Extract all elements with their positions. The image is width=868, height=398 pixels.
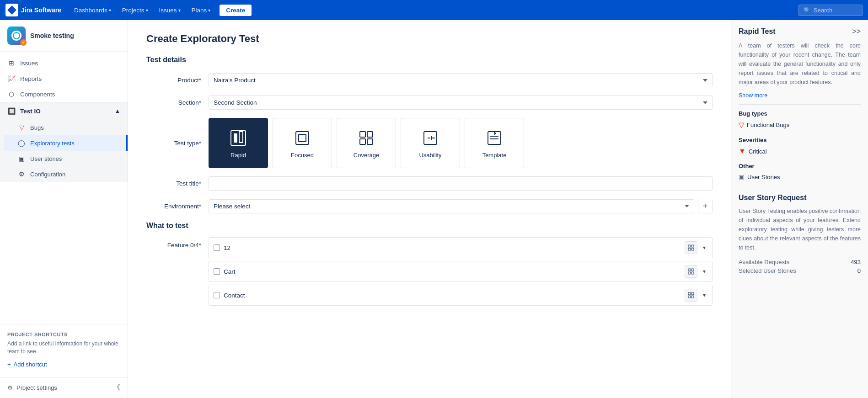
create-button[interactable]: Create [220, 5, 252, 16]
logo-diamond [7, 5, 16, 15]
user-story-request-desc: User Story Testing enables positive conf… [739, 207, 861, 252]
sidebar-item-bugs[interactable]: ▽ Bugs [4, 120, 128, 135]
chevron-down-icon: ▾ [146, 8, 148, 13]
environment-add-button[interactable]: + [698, 199, 713, 213]
panel-description: A team of testers will check the core fu… [739, 41, 861, 87]
panel-divider-1 [739, 104, 861, 105]
panel-collapse-button[interactable]: >> [852, 27, 861, 36]
section-select[interactable]: Second Section [209, 96, 713, 110]
svg-rect-19 [691, 248, 694, 250]
panel-header: Rapid Test >> [739, 27, 861, 36]
nav-issues[interactable]: Issues ▾ [155, 5, 184, 16]
sidebar-item-components[interactable]: ⬡ Components [0, 86, 128, 102]
test-type-cards: Rapid Focused [209, 118, 713, 168]
circle-icon: ◯ [17, 139, 26, 147]
feature-expand-icon-cart[interactable]: ▾ [701, 267, 707, 276]
test-details-heading: Test details [146, 56, 713, 64]
plus-icon: + [703, 202, 708, 211]
svg-rect-3 [296, 132, 309, 144]
section-row: Section* Second Section [146, 96, 713, 110]
available-requests-label: Available Requests [739, 259, 789, 265]
page-title: Create Exploratory Test [146, 33, 713, 45]
other-user-stories: ▣ User Stories [739, 173, 861, 180]
project-settings-link[interactable]: ⚙ Project settings [7, 384, 57, 391]
add-shortcut-button[interactable]: + Add shortcut [7, 359, 120, 370]
test-title-input[interactable] [209, 176, 713, 191]
svg-rect-1 [234, 133, 237, 143]
feature-checkbox-contact[interactable] [214, 292, 220, 298]
gear-icon: ⚙ [7, 384, 13, 391]
sidebar-item-test-io[interactable]: 🔲 Test IO ▲ [0, 102, 128, 120]
usability-icon [420, 128, 440, 148]
svg-rect-22 [688, 272, 691, 274]
jira-logo-icon [5, 4, 18, 16]
test-type-rapid[interactable]: Rapid [209, 118, 268, 168]
feature-item-cart: Cart ▾ [209, 261, 713, 282]
logo[interactable]: Jira Software [5, 4, 61, 16]
svg-rect-5 [360, 132, 365, 137]
nav-projects[interactable]: Projects ▾ [118, 5, 152, 16]
svg-rect-27 [691, 296, 694, 298]
feature-detail-button-12[interactable] [685, 241, 697, 254]
feature-checkbox-12[interactable] [214, 244, 220, 251]
sidebar-item-exploratory-tests[interactable]: ◯ Exploratory tests [4, 135, 128, 151]
other-section: Other ▣ User Stories [739, 163, 861, 180]
feature-expand-icon-12[interactable]: ▾ [701, 244, 707, 252]
other-label: Other [739, 163, 861, 170]
severity-critical: ▼ Critical [739, 147, 861, 155]
svg-rect-0 [231, 131, 246, 145]
feature-label: Feature 0/4* [146, 237, 201, 249]
sidebar-item-reports[interactable]: 📈 Reports [0, 71, 128, 86]
sidebar-item-issues[interactable]: ⊞ Issues [0, 55, 128, 71]
environment-label: Environment* [146, 203, 201, 210]
feature-checkbox-cart[interactable] [214, 268, 220, 275]
project-shortcuts: PROJECT SHORTCUTS Add a link to useful i… [0, 324, 128, 377]
main-content: Create Exploratory Test Test details Pro… [128, 20, 731, 398]
svg-rect-17 [691, 245, 694, 247]
svg-rect-21 [691, 269, 694, 271]
grid-icon: ▣ [739, 173, 745, 180]
test-type-usability[interactable]: Usability [401, 118, 460, 168]
test-type-template[interactable]: Template [465, 118, 524, 168]
test-io-subnav: ▽ Bugs ◯ Exploratory tests ▣ User storie… [0, 120, 128, 182]
svg-rect-26 [688, 296, 691, 298]
feature-detail-button-contact[interactable] [685, 289, 697, 302]
search-icon: 🔍 [804, 7, 811, 14]
nav-plans[interactable]: Plans ▾ [188, 5, 214, 16]
sidebar-item-configuration[interactable]: ⚙ Configuration [4, 166, 128, 182]
search-bar[interactable]: 🔍 Search [798, 5, 863, 16]
test-type-coverage[interactable]: Coverage [337, 118, 396, 168]
panel-divider-2 [739, 188, 861, 188]
environment-select[interactable]: Please select [209, 199, 694, 213]
sidebar-nav: ⊞ Issues 📈 Reports ⬡ Components 🔲 Test I… [0, 52, 128, 324]
collapse-sidebar-button[interactable]: 《 [113, 383, 120, 393]
bug-type-functional: ▽ Functional Bugs [739, 121, 861, 129]
product-select[interactable]: Naira's Product [209, 73, 713, 87]
product-label: Product* [146, 77, 201, 84]
svg-rect-6 [367, 132, 373, 137]
sidebar-item-user-stories[interactable]: ▣ User stories [4, 151, 128, 166]
svg-rect-23 [691, 272, 694, 274]
feature-detail-button-cart[interactable] [685, 265, 697, 278]
gear-icon: ⚙ [17, 170, 26, 178]
show-more-button[interactable]: Show more [739, 92, 767, 99]
shortcuts-title: PROJECT SHORTCUTS [7, 332, 120, 337]
chart-icon: 📈 [7, 74, 16, 83]
test-type-label: Test type* [146, 140, 201, 147]
svg-rect-20 [688, 269, 691, 271]
coverage-icon [356, 128, 376, 148]
top-nav: Jira Software Dashboards ▾ Projects ▾ Is… [0, 0, 868, 20]
triangle-icon: ▽ [17, 123, 26, 132]
svg-rect-18 [688, 248, 691, 250]
rapid-icon [228, 128, 248, 148]
svg-rect-2 [239, 132, 243, 143]
feature-expand-icon-contact[interactable]: ▾ [701, 291, 707, 299]
test-title-row: Test title* [146, 176, 713, 191]
shortcuts-desc: Add a link to useful information for you… [7, 340, 120, 356]
sidebar-bottom: ⚙ Project settings 《 [0, 377, 128, 398]
test-type-focused[interactable]: Focused [273, 118, 332, 168]
selected-stories-value: 0 [857, 267, 861, 274]
nav-dashboards[interactable]: Dashboards ▾ [70, 5, 115, 16]
section-label: Section* [146, 99, 201, 106]
bug-types-section: Bug types ▽ Functional Bugs [739, 110, 861, 129]
